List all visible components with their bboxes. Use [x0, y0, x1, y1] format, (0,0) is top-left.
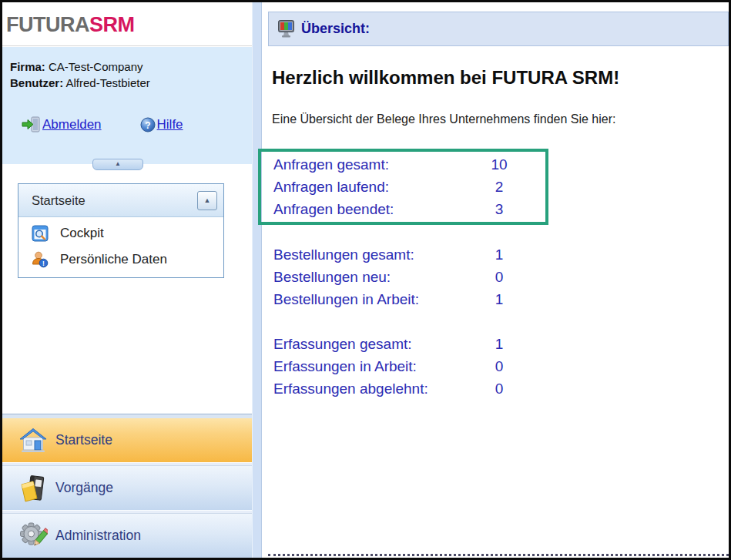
accordion-title: Startseite — [32, 193, 86, 208]
logout-label: Abmelden — [42, 117, 102, 132]
stat-value: 1 — [484, 291, 515, 308]
collapse-arrow-icon: ▲ — [204, 196, 211, 204]
sidebar-item-cockpit[interactable]: Cockpit — [18, 220, 223, 246]
stat-value: 1 — [484, 246, 515, 263]
stat-row: Erfassungen in Arbeit: 0 — [273, 355, 515, 377]
stat-row: Bestellungen gesamt: 1 — [273, 243, 515, 266]
section-header-bar: Übersicht: — [268, 12, 729, 46]
accordion-item-list: Cockpit ! Persönliche Daten — [18, 217, 223, 277]
stat-value: 0 — [484, 381, 515, 397]
user-info: Firma: CA-Test-Company Benutzer: Alfred-… — [2, 47, 252, 91]
company-line: Firma: CA-Test-Company — [10, 59, 252, 75]
stat-row: Erfassungen gesamt: 1 — [273, 333, 515, 355]
cutoff-section-edge — [268, 554, 729, 556]
stat-value: 10 — [484, 156, 515, 173]
collapse-arrow-icon: ▲ — [115, 160, 121, 167]
stat-value: 0 — [484, 358, 515, 375]
stat-value: 3 — [484, 201, 515, 218]
nav-item-label: Vorgänge — [55, 480, 113, 496]
binder-icon — [18, 474, 48, 502]
main-navigation: Startseite — [2, 414, 252, 558]
accordion-collapse-button[interactable]: ▲ — [197, 191, 217, 210]
nav-item-administration[interactable]: Administration — [2, 514, 252, 558]
user-line: Benutzer: Alfred-Testbieter — [10, 75, 252, 91]
stats-group-anfragen: Anfragen gesamt: 10 Anfragen laufend: 2 … — [273, 153, 515, 220]
stat-label: Erfassungen gesamt: — [273, 336, 484, 353]
stat-label: Anfragen gesamt: — [273, 156, 484, 173]
app-logo: FUTURASRM — [6, 13, 134, 36]
svg-text:!: ! — [42, 260, 45, 267]
user-value: Alfred-Testbieter — [66, 76, 150, 89]
sidebar-splitter[interactable] — [252, 2, 262, 558]
house-icon — [18, 427, 48, 454]
stat-row: Anfragen gesamt: 10 — [273, 153, 515, 176]
nav-item-label: Administration — [55, 528, 141, 544]
stat-label: Anfragen laufend: — [273, 179, 484, 196]
stat-row: Erfassungen abgelehnt: 0 — [273, 377, 515, 400]
stat-row: Anfragen laufend: 2 — [273, 176, 515, 198]
stat-label: Anfragen beendet: — [273, 201, 484, 218]
nav-item-startseite[interactable]: Startseite — [2, 418, 252, 462]
stats-group-erfassungen: Erfassungen gesamt: 1 Erfassungen in Arb… — [273, 333, 515, 400]
startseite-accordion-panel: Startseite ▲ Cockpit — [18, 183, 224, 278]
logo-text-accent: SRM — [89, 13, 135, 36]
cockpit-window-magnifier-icon — [32, 225, 49, 242]
app-window: FUTURASRM Firma: CA-Test-Company Benutze… — [0, 0, 731, 560]
stat-value: 1 — [484, 336, 515, 353]
accordion-header: Startseite ▲ — [18, 184, 223, 217]
sidebar: FUTURASRM Firma: CA-Test-Company Benutze… — [2, 2, 252, 558]
monitor-icon — [278, 20, 294, 38]
sidebar-item-label: Persönliche Daten — [60, 252, 167, 267]
company-value: CA-Test-Company — [49, 60, 143, 73]
logo-area: FUTURASRM — [2, 2, 252, 46]
stat-value: 2 — [484, 179, 515, 196]
main-content: Übersicht: Herzlich willkommen bei FUTUR… — [262, 2, 729, 558]
user-info-panel: Firma: CA-Test-Company Benutzer: Alfred-… — [2, 47, 252, 164]
gear-pencil-icon — [18, 522, 48, 550]
svg-text:?: ? — [145, 119, 150, 130]
section-title: Übersicht: — [301, 21, 370, 37]
stat-label: Bestellungen gesamt: — [273, 246, 484, 263]
stat-row: Bestellungen in Arbeit: 1 — [273, 288, 515, 310]
stats-group-bestellungen: Bestellungen gesamt: 1 Bestellungen neu:… — [273, 243, 515, 310]
panel-collapse-handle[interactable]: ▲ — [92, 159, 143, 170]
person-info-icon: ! — [32, 251, 49, 268]
logo-text-primary: FUTURA — [6, 13, 89, 36]
nav-item-label: Startseite — [55, 432, 112, 448]
logout-link[interactable]: Abmelden — [22, 116, 102, 132]
stat-label: Bestellungen in Arbeit: — [273, 291, 484, 308]
nav-item-vorgaenge[interactable]: Vorgänge — [2, 466, 252, 510]
stat-row: Bestellungen neu: 0 — [273, 266, 515, 288]
sidebar-item-persoenliche-daten[interactable]: ! Persönliche Daten — [18, 246, 223, 273]
help-question-icon: ? — [140, 117, 156, 132]
welcome-heading: Herzlich willkommen bei FUTURA SRM! — [272, 67, 619, 89]
company-label: Firma: — [10, 60, 45, 73]
stat-row: Anfragen beendet: 3 — [273, 198, 515, 220]
logout-door-arrow-icon — [22, 116, 41, 132]
intro-text: Eine Übersicht der Belege Ihres Unterneh… — [272, 112, 615, 126]
session-links: Abmelden ? Hilfe — [2, 116, 252, 132]
stat-label: Erfassungen abgelehnt: — [273, 381, 484, 397]
stat-label: Bestellungen neu: — [273, 269, 484, 286]
user-label: Benutzer: — [10, 76, 63, 89]
stat-value: 0 — [484, 269, 515, 286]
help-link[interactable]: ? Hilfe — [140, 117, 183, 132]
help-label: Hilfe — [157, 117, 183, 132]
stat-label: Erfassungen in Arbeit: — [273, 358, 484, 375]
sidebar-item-label: Cockpit — [60, 226, 104, 241]
